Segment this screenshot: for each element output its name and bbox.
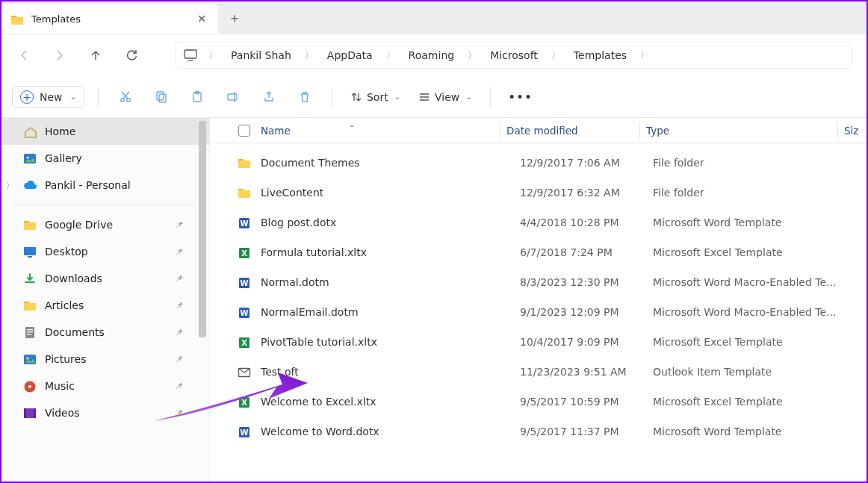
up-button[interactable] (88, 48, 103, 63)
cut-icon[interactable] (112, 84, 139, 110)
sidebar-item-pictures[interactable]: Pictures📌︎ (1, 346, 209, 373)
sort-button[interactable]: Sort ⌄ (346, 88, 405, 106)
file-date: 11/23/2023 9:51 AM (520, 366, 653, 378)
pin-icon[interactable]: 📌︎ (175, 408, 184, 418)
home-icon (22, 125, 37, 138)
new-tab-button[interactable]: ＋ (218, 1, 251, 34)
new-label: New (40, 91, 63, 103)
chevron-right-icon[interactable]: 〉 (6, 180, 14, 191)
more-button[interactable]: ••• (504, 88, 538, 106)
sidebar-item-home[interactable]: Home (1, 118, 209, 145)
chevron-down-icon: ⌄ (70, 93, 76, 101)
sort-label: Sort (367, 91, 388, 103)
main-area: HomeGallery〉Pankil - Personal Google Dri… (1, 118, 867, 482)
file-row[interactable]: Document Themes12/9/2017 7:06 AMFile fol… (210, 148, 867, 178)
breadcrumb-item[interactable]: Roaming (404, 48, 459, 63)
select-all-checkbox[interactable] (228, 125, 261, 137)
navigation-pane: HomeGallery〉Pankil - Personal Google Dri… (1, 118, 210, 482)
pin-icon[interactable]: 📌︎ (175, 354, 184, 364)
view-button[interactable]: View ⌄ (414, 88, 477, 106)
file-row[interactable]: Welcome to Word.dotx9/5/2017 11:37 PMMic… (210, 417, 867, 446)
sidebar-item-google-drive[interactable]: Google Drive📌︎ (1, 211, 209, 238)
file-row[interactable]: LiveContent12/9/2017 6:32 AMFile folder (210, 178, 867, 208)
paste-icon[interactable] (184, 84, 211, 110)
separator (490, 87, 491, 107)
desktop-icon (22, 245, 37, 258)
sidebar-item-music[interactable]: Music📌︎ (1, 373, 209, 399)
sidebar-item-desktop[interactable]: Desktop📌︎ (1, 238, 209, 265)
new-button[interactable]: + New ⌄ (12, 86, 84, 108)
pin-icon[interactable]: 📌︎ (175, 327, 184, 337)
sidebar-item-label: Videos (45, 407, 80, 419)
breadcrumb-item[interactable]: AppData (323, 48, 377, 63)
file-name: Test.oft (261, 366, 520, 378)
chevron-right-icon[interactable]: 〉 (634, 49, 655, 62)
folder-icon (10, 13, 24, 24)
close-tab-icon[interactable]: ✕ (197, 13, 206, 25)
scrollbar-thumb[interactable] (199, 121, 206, 337)
pin-icon[interactable]: 📌︎ (175, 273, 184, 284)
column-size[interactable]: Siz (844, 125, 867, 137)
file-type: Outlook Item Template (653, 366, 844, 378)
file-name: PivotTable tutorial.xltx (261, 336, 520, 348)
delete-icon[interactable] (291, 84, 318, 110)
column-name[interactable]: Name⌃ (261, 125, 500, 137)
excel-icon (228, 336, 261, 349)
rename-icon[interactable] (220, 84, 247, 110)
video-icon (22, 406, 37, 420)
file-name: Welcome to Word.dotx (261, 426, 520, 437)
file-type: Microsoft Excel Template (653, 246, 844, 258)
plus-icon: + (20, 90, 34, 104)
column-date[interactable]: Date modified (506, 125, 639, 137)
sort-icon (350, 91, 362, 103)
copy-icon[interactable] (148, 84, 175, 110)
sidebar-item-documents[interactable]: Documents📌︎ (1, 319, 209, 346)
file-name: NormalEmail.dotm (261, 306, 520, 318)
sidebar-item-label: Articles (45, 299, 84, 311)
pin-icon[interactable]: 📌︎ (175, 246, 184, 257)
window-tab[interactable]: Templates ✕ (1, 4, 218, 34)
pin-icon[interactable]: 📌︎ (175, 219, 184, 230)
refresh-button[interactable] (124, 48, 139, 63)
file-row[interactable]: Blog post.dotx4/4/2018 10:28 PMMicrosoft… (210, 208, 867, 237)
file-date: 6/7/2018 7:24 PM (520, 246, 653, 258)
pin-icon[interactable]: 📌︎ (175, 300, 184, 311)
file-date: 10/4/2017 9:09 PM (520, 336, 653, 348)
breadcrumb-item[interactable]: Templates (569, 48, 631, 63)
breadcrumb-item[interactable]: Microsoft (486, 48, 542, 63)
address-bar[interactable]: 〉 Pankil Shah 〉 AppData 〉 Roaming 〉 Micr… (175, 42, 852, 69)
file-name: LiveContent (261, 187, 520, 199)
word-icon (228, 216, 261, 229)
forward-button[interactable] (52, 48, 67, 63)
file-date: 9/5/2017 10:59 PM (520, 396, 653, 408)
share-icon[interactable] (255, 84, 282, 110)
pin-icon[interactable]: 📌︎ (175, 381, 184, 391)
sidebar-item-pankil---personal[interactable]: 〉Pankil - Personal (1, 172, 209, 199)
svg-rect-22 (159, 94, 166, 102)
gallery-icon (22, 352, 37, 366)
file-row[interactable]: Formula tutorial.xltx6/7/2018 7:24 PMMic… (210, 237, 867, 267)
back-button[interactable] (16, 48, 31, 63)
sidebar-item-gallery[interactable]: Gallery (1, 145, 209, 172)
file-row[interactable]: PivotTable tutorial.xltx10/4/2017 9:09 P… (210, 327, 867, 357)
chevron-right-icon[interactable]: 〉 (462, 49, 483, 62)
file-row[interactable]: Welcome to Excel.xltx9/5/2017 10:59 PMMi… (210, 387, 867, 417)
folder-y-icon (22, 299, 37, 312)
sidebar-item-articles[interactable]: Articles📌︎ (1, 292, 209, 319)
chevron-right-icon[interactable]: 〉 (202, 49, 223, 62)
file-row[interactable]: Normal.dotm8/3/2023 12:30 PMMicrosoft Wo… (210, 267, 867, 297)
file-row[interactable]: NormalEmail.dotm9/1/2023 12:09 PMMicroso… (210, 297, 867, 327)
file-row[interactable]: Test.oft11/23/2023 9:51 AMOutlook Item T… (210, 357, 867, 387)
column-type[interactable]: Type (646, 125, 837, 137)
breadcrumb-item[interactable]: Pankil Shah (226, 48, 296, 63)
chevron-right-icon[interactable]: 〉 (380, 49, 401, 62)
sidebar-item-label: Gallery (45, 152, 82, 164)
svg-point-20 (127, 98, 130, 101)
scrollbar[interactable] (197, 119, 208, 480)
sidebar-item-label: Pankil - Personal (45, 179, 131, 191)
chevron-right-icon[interactable]: 〉 (545, 49, 566, 62)
file-date: 8/3/2023 12:30 PM (520, 276, 653, 288)
chevron-right-icon[interactable]: 〉 (299, 49, 320, 62)
sidebar-item-videos[interactable]: Videos📌︎ (1, 399, 209, 426)
sidebar-item-downloads[interactable]: Downloads📌︎ (1, 265, 209, 292)
